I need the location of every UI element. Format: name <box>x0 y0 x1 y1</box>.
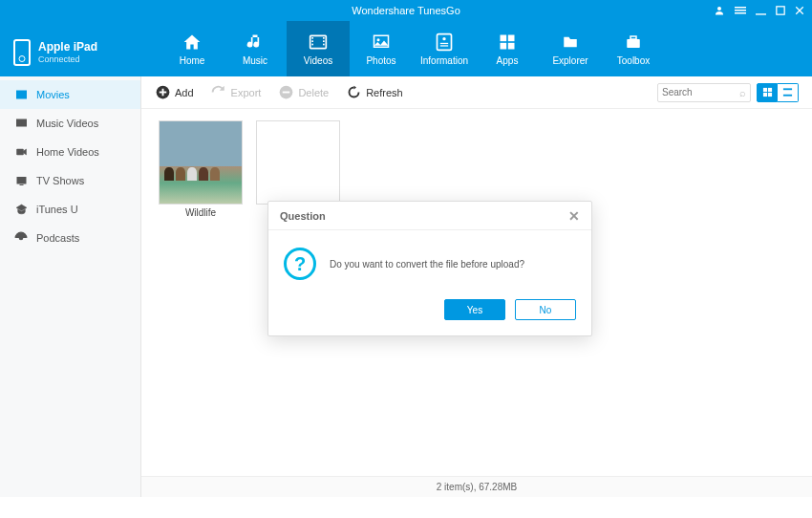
list-view-button[interactable] <box>778 83 799 102</box>
svg-rect-17 <box>438 33 452 50</box>
search-input[interactable] <box>662 87 739 97</box>
device-name: Apple iPad <box>38 40 97 54</box>
svg-rect-4 <box>756 13 766 14</box>
main-nav: Home Music Videos Photos Information App… <box>160 21 665 76</box>
video-thumbnail <box>159 120 243 205</box>
refresh-button[interactable]: Refresh <box>346 85 403 100</box>
svg-rect-44 <box>783 88 792 90</box>
home-videos-icon <box>13 145 29 159</box>
device-info[interactable]: Apple iPad Connected <box>0 21 141 76</box>
grid-view-button[interactable] <box>757 83 778 102</box>
dialog-close-button[interactable]: ✕ <box>568 208 580 224</box>
toolbox-icon <box>623 32 644 52</box>
videos-icon <box>308 32 329 52</box>
close-button[interactable] <box>795 6 804 15</box>
status-bar: 2 item(s), 67.28MB <box>141 476 812 497</box>
delete-button[interactable]: Delete <box>278 85 329 100</box>
app-title: Wondershare TunesGo <box>352 5 460 16</box>
itunes-u-icon <box>13 203 29 216</box>
music-videos-icon <box>13 117 29 130</box>
export-icon <box>211 85 226 100</box>
toolbar: Add Export Delete Refresh ⌕ <box>141 76 812 109</box>
svg-rect-5 <box>777 7 784 14</box>
sidebar-item-movies[interactable]: Movies <box>0 80 140 109</box>
no-button[interactable]: No <box>515 299 576 320</box>
export-button[interactable]: Export <box>211 85 262 100</box>
delete-icon <box>278 85 293 100</box>
apps-icon <box>497 32 518 52</box>
svg-rect-3 <box>735 12 746 14</box>
nav-photos[interactable]: Photos <box>350 21 413 76</box>
svg-rect-40 <box>762 88 766 92</box>
svg-rect-39 <box>283 92 290 94</box>
svg-rect-1 <box>735 7 746 9</box>
nav-videos[interactable]: Videos <box>287 21 350 76</box>
svg-rect-13 <box>323 40 325 42</box>
menu-icon[interactable] <box>735 5 746 16</box>
sidebar-item-podcasts[interactable]: Podcasts <box>0 224 140 252</box>
svg-rect-43 <box>767 93 771 97</box>
podcasts-icon <box>13 231 29 245</box>
svg-rect-45 <box>783 95 792 97</box>
svg-rect-42 <box>762 93 766 97</box>
question-icon: ? <box>284 248 316 280</box>
status-text: 2 item(s), 67.28MB <box>437 482 517 492</box>
tv-shows-icon <box>13 174 29 187</box>
svg-rect-31 <box>16 149 23 155</box>
question-dialog: Question ✕ ? Do you want to convert the … <box>267 201 592 336</box>
yes-button[interactable]: Yes <box>444 299 505 320</box>
video-label: Wildlife <box>159 207 243 218</box>
svg-rect-24 <box>508 42 515 49</box>
nav-home[interactable]: Home <box>160 21 224 76</box>
nav-information[interactable]: Information <box>413 21 476 76</box>
home-icon <box>182 32 203 52</box>
minimize-button[interactable] <box>756 6 766 16</box>
nav-explorer[interactable]: Explorer <box>539 21 602 76</box>
dialog-title: Question <box>280 210 326 222</box>
svg-rect-26 <box>630 36 636 39</box>
dialog-message: Do you want to convert the file before u… <box>330 259 524 270</box>
svg-point-16 <box>377 38 380 41</box>
video-thumbnail <box>256 120 340 205</box>
device-icon <box>13 39 31 66</box>
svg-rect-23 <box>501 42 507 49</box>
movies-icon <box>13 88 29 101</box>
svg-rect-14 <box>323 43 325 45</box>
svg-rect-20 <box>440 45 448 46</box>
svg-rect-25 <box>627 39 640 48</box>
nav-toolbox[interactable]: Toolbox <box>602 21 665 76</box>
title-bar: Wondershare TunesGo <box>0 0 812 21</box>
maximize-button[interactable] <box>776 6 785 15</box>
video-item[interactable]: Wildlife <box>159 120 243 464</box>
svg-point-0 <box>717 7 721 11</box>
svg-rect-10 <box>311 40 313 42</box>
sidebar-item-itunes-u[interactable]: iTunes U <box>0 195 140 224</box>
svg-rect-11 <box>311 43 313 45</box>
nav-music[interactable]: Music <box>224 21 287 76</box>
add-button[interactable]: Add <box>155 85 194 100</box>
sidebar: Movies Music Videos Home Videos TV Shows… <box>0 76 141 497</box>
svg-rect-37 <box>161 89 163 97</box>
search-box[interactable]: ⌕ <box>657 83 751 102</box>
search-icon: ⌕ <box>739 87 746 98</box>
svg-rect-2 <box>735 10 746 11</box>
device-status: Connected <box>38 54 97 65</box>
nav-apps[interactable]: Apps <box>476 21 539 76</box>
svg-rect-21 <box>501 34 507 41</box>
svg-rect-12 <box>323 37 325 39</box>
sidebar-item-music-videos[interactable]: Music Videos <box>0 109 140 138</box>
sidebar-item-tv-shows[interactable]: TV Shows <box>0 166 140 195</box>
header: Apple iPad Connected Home Music Videos P… <box>0 21 812 76</box>
sidebar-item-home-videos[interactable]: Home Videos <box>0 138 140 166</box>
svg-rect-22 <box>508 34 515 41</box>
svg-rect-32 <box>17 178 26 184</box>
photos-icon <box>371 32 392 52</box>
explorer-icon <box>560 32 581 52</box>
music-icon <box>245 32 266 52</box>
user-icon[interactable] <box>714 5 725 16</box>
svg-point-18 <box>442 37 445 40</box>
svg-rect-9 <box>311 37 313 39</box>
plus-icon <box>155 85 170 100</box>
svg-rect-19 <box>440 42 448 43</box>
refresh-icon <box>346 85 361 100</box>
